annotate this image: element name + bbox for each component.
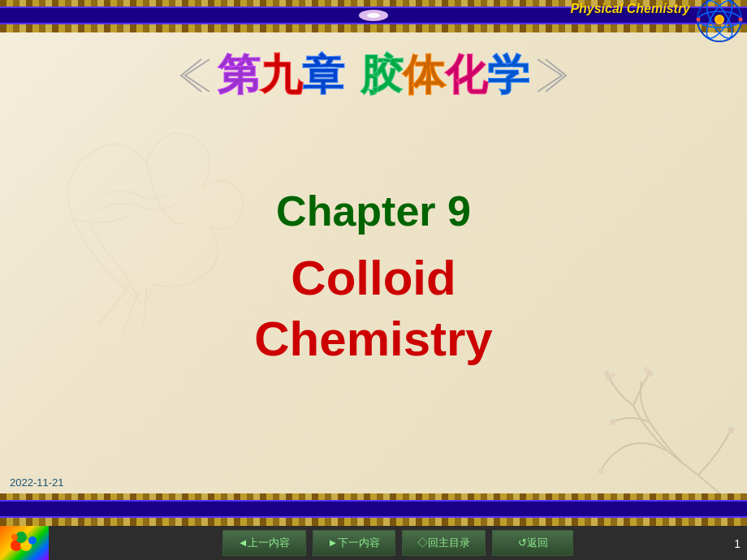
zh-char-7: 学	[487, 47, 529, 104]
nav-buttons-group: ◄上一内容 ►下一内容 ◇回主目录 ↺返回	[49, 530, 747, 556]
colloid-chemistry-title: Colloid Chemistry	[254, 248, 492, 369]
zh-char-5: 体	[403, 47, 445, 104]
nav-bar: ◄上一内容 ►下一内容 ◇回主目录 ↺返回 1	[0, 526, 747, 560]
svg-point-6	[610, 419, 616, 425]
chemistry-line: Chemistry	[254, 308, 492, 369]
svg-point-1	[604, 371, 609, 376]
chinese-title-area: 第 九 章 胶 体 化 学	[177, 47, 570, 104]
chapter-title: Chapter 9	[276, 187, 471, 235]
date-label: 2022-11-21	[10, 476, 64, 489]
svg-point-5	[728, 427, 734, 433]
svg-point-7	[598, 467, 604, 474]
menu-button[interactable]: ◇回主目录	[402, 530, 486, 556]
bottom-border-svg	[0, 493, 747, 526]
watermark-bird	[24, 97, 252, 341]
atom-logo	[696, 0, 743, 43]
svg-rect-17	[0, 23, 747, 24]
page-number: 1	[734, 537, 741, 550]
zh-char-6: 化	[445, 47, 487, 104]
svg-point-4	[644, 367, 649, 372]
svg-point-41	[28, 536, 37, 545]
zh-char-3: 章	[302, 47, 344, 104]
svg-point-27	[697, 18, 701, 22]
svg-point-42	[11, 534, 18, 541]
left-arrow-decoration	[177, 51, 218, 100]
prev-button[interactable]: ◄上一内容	[222, 530, 306, 556]
colorful-balls-icon	[8, 529, 41, 558]
colloid-line: Colloid	[254, 248, 492, 308]
bottom-border	[0, 493, 747, 526]
next-button[interactable]: ►下一内容	[313, 530, 396, 556]
right-arrow-decoration	[529, 51, 570, 100]
zh-char-2: 九	[260, 47, 302, 104]
svg-point-2	[611, 373, 615, 377]
back-button[interactable]: ↺返回	[492, 530, 573, 556]
slide-container: Physical Chemistry 第 九 章 胶 体 化 学	[0, 0, 747, 560]
svg-point-25	[716, 16, 723, 23]
svg-point-26	[739, 18, 743, 22]
svg-rect-37	[0, 516, 747, 518]
svg-rect-36	[0, 500, 747, 502]
zh-char-1: 第	[218, 47, 260, 104]
header-title: Physical Chemistry	[570, 2, 690, 16]
svg-point-19	[367, 13, 380, 18]
nav-left-icon	[0, 526, 49, 560]
zh-char-4: 胶	[361, 47, 403, 104]
svg-rect-35	[0, 500, 747, 518]
